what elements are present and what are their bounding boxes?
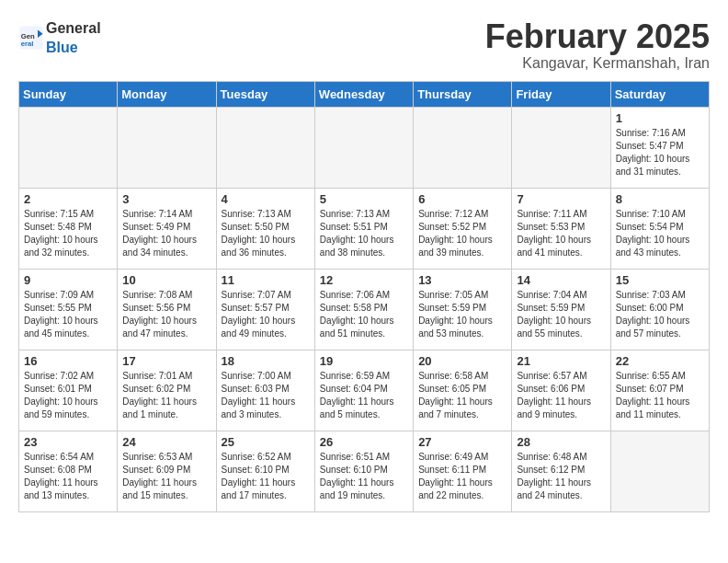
calendar-cell: 26Sunrise: 6:51 AM Sunset: 6:10 PM Dayli… bbox=[314, 431, 413, 511]
day-info: Sunrise: 6:57 AM Sunset: 6:06 PM Dayligh… bbox=[517, 370, 605, 421]
day-number: 10 bbox=[122, 273, 210, 287]
day-number: 20 bbox=[418, 354, 506, 368]
calendar-cell: 22Sunrise: 6:55 AM Sunset: 6:07 PM Dayli… bbox=[610, 350, 709, 431]
calendar-cell: 25Sunrise: 6:52 AM Sunset: 6:10 PM Dayli… bbox=[216, 431, 314, 511]
calendar-cell bbox=[19, 107, 118, 188]
calendar-cell: 9Sunrise: 7:09 AM Sunset: 5:55 PM Daylig… bbox=[19, 269, 118, 350]
day-number: 6 bbox=[418, 192, 506, 206]
day-info: Sunrise: 6:53 AM Sunset: 6:09 PM Dayligh… bbox=[122, 451, 210, 502]
calendar-cell: 8Sunrise: 7:10 AM Sunset: 5:54 PM Daylig… bbox=[610, 188, 709, 269]
day-number: 14 bbox=[517, 273, 605, 287]
day-number: 4 bbox=[222, 192, 310, 206]
title-block: February 2025 Kangavar, Kermanshah, Iran bbox=[485, 18, 710, 72]
calendar-cell bbox=[314, 107, 413, 188]
day-number: 5 bbox=[320, 192, 408, 206]
weekday-header-tuesday: Tuesday bbox=[216, 81, 314, 107]
day-number: 8 bbox=[616, 192, 704, 206]
calendar-cell bbox=[216, 107, 314, 188]
day-info: Sunrise: 7:09 AM Sunset: 5:55 PM Dayligh… bbox=[24, 289, 112, 340]
weekday-header-sunday: Sunday bbox=[19, 81, 118, 107]
day-info: Sunrise: 7:00 AM Sunset: 6:03 PM Dayligh… bbox=[222, 370, 310, 421]
calendar-cell: 12Sunrise: 7:06 AM Sunset: 5:58 PM Dayli… bbox=[314, 269, 413, 350]
day-number: 25 bbox=[222, 435, 310, 449]
day-info: Sunrise: 7:01 AM Sunset: 6:02 PM Dayligh… bbox=[122, 370, 210, 421]
day-info: Sunrise: 7:03 AM Sunset: 6:00 PM Dayligh… bbox=[616, 289, 704, 340]
calendar-cell: 19Sunrise: 6:59 AM Sunset: 6:04 PM Dayli… bbox=[314, 350, 413, 431]
day-number: 13 bbox=[418, 273, 506, 287]
day-info: Sunrise: 7:05 AM Sunset: 5:59 PM Dayligh… bbox=[418, 289, 506, 340]
day-number: 21 bbox=[517, 354, 605, 368]
week-row-2: 2Sunrise: 7:15 AM Sunset: 5:48 PM Daylig… bbox=[19, 188, 710, 269]
month-year: February 2025 bbox=[485, 18, 710, 55]
week-row-4: 16Sunrise: 7:02 AM Sunset: 6:01 PM Dayli… bbox=[19, 350, 710, 431]
calendar-cell: 28Sunrise: 6:48 AM Sunset: 6:12 PM Dayli… bbox=[512, 431, 610, 511]
day-info: Sunrise: 7:11 AM Sunset: 5:53 PM Dayligh… bbox=[517, 208, 605, 259]
day-info: Sunrise: 7:08 AM Sunset: 5:56 PM Dayligh… bbox=[122, 289, 210, 340]
day-number: 23 bbox=[24, 435, 112, 449]
calendar-cell bbox=[512, 107, 610, 188]
calendar-cell: 6Sunrise: 7:12 AM Sunset: 5:52 PM Daylig… bbox=[414, 188, 512, 269]
day-number: 22 bbox=[616, 354, 704, 368]
calendar-cell: 15Sunrise: 7:03 AM Sunset: 6:00 PM Dayli… bbox=[610, 269, 709, 350]
weekday-header-friday: Friday bbox=[512, 81, 610, 107]
day-info: Sunrise: 7:02 AM Sunset: 6:01 PM Dayligh… bbox=[24, 370, 112, 421]
day-number: 18 bbox=[222, 354, 310, 368]
calendar-cell: 18Sunrise: 7:00 AM Sunset: 6:03 PM Dayli… bbox=[216, 350, 314, 431]
weekday-header-thursday: Thursday bbox=[414, 81, 512, 107]
day-info: Sunrise: 6:49 AM Sunset: 6:11 PM Dayligh… bbox=[418, 451, 506, 502]
day-number: 11 bbox=[222, 273, 310, 287]
calendar-cell: 11Sunrise: 7:07 AM Sunset: 5:57 PM Dayli… bbox=[216, 269, 314, 350]
logo-blue: Blue bbox=[46, 40, 78, 55]
day-info: Sunrise: 6:58 AM Sunset: 6:05 PM Dayligh… bbox=[418, 370, 506, 421]
calendar-cell: 5Sunrise: 7:13 AM Sunset: 5:51 PM Daylig… bbox=[314, 188, 413, 269]
day-info: Sunrise: 7:16 AM Sunset: 5:47 PM Dayligh… bbox=[616, 127, 704, 178]
week-row-5: 23Sunrise: 6:54 AM Sunset: 6:08 PM Dayli… bbox=[19, 431, 710, 511]
location: Kangavar, Kermanshah, Iran bbox=[485, 55, 710, 72]
day-info: Sunrise: 7:07 AM Sunset: 5:57 PM Dayligh… bbox=[222, 289, 310, 340]
day-info: Sunrise: 7:10 AM Sunset: 5:54 PM Dayligh… bbox=[616, 208, 704, 259]
week-row-3: 9Sunrise: 7:09 AM Sunset: 5:55 PM Daylig… bbox=[19, 269, 710, 350]
day-number: 17 bbox=[122, 354, 210, 368]
calendar-cell: 27Sunrise: 6:49 AM Sunset: 6:11 PM Dayli… bbox=[414, 431, 512, 511]
calendar-cell: 16Sunrise: 7:02 AM Sunset: 6:01 PM Dayli… bbox=[19, 350, 118, 431]
calendar-cell bbox=[610, 431, 709, 511]
weekday-header-monday: Monday bbox=[118, 81, 216, 107]
day-number: 9 bbox=[24, 273, 112, 287]
day-info: Sunrise: 7:15 AM Sunset: 5:48 PM Dayligh… bbox=[24, 208, 112, 259]
day-info: Sunrise: 6:59 AM Sunset: 6:04 PM Dayligh… bbox=[320, 370, 408, 421]
calendar-cell: 14Sunrise: 7:04 AM Sunset: 5:59 PM Dayli… bbox=[512, 269, 610, 350]
calendar-cell: 4Sunrise: 7:13 AM Sunset: 5:50 PM Daylig… bbox=[216, 188, 314, 269]
day-number: 1 bbox=[616, 111, 704, 125]
day-info: Sunrise: 7:06 AM Sunset: 5:58 PM Dayligh… bbox=[320, 289, 408, 340]
calendar-cell: 1Sunrise: 7:16 AM Sunset: 5:47 PM Daylig… bbox=[610, 107, 709, 188]
day-info: Sunrise: 6:51 AM Sunset: 6:10 PM Dayligh… bbox=[320, 451, 408, 502]
weekday-header-wednesday: Wednesday bbox=[314, 81, 413, 107]
day-info: Sunrise: 7:14 AM Sunset: 5:49 PM Dayligh… bbox=[122, 208, 210, 259]
calendar-cell: 3Sunrise: 7:14 AM Sunset: 5:49 PM Daylig… bbox=[118, 188, 216, 269]
calendar-cell: 7Sunrise: 7:11 AM Sunset: 5:53 PM Daylig… bbox=[512, 188, 610, 269]
day-info: Sunrise: 7:13 AM Sunset: 5:50 PM Dayligh… bbox=[222, 208, 310, 259]
calendar-table: SundayMondayTuesdayWednesdayThursdayFrid… bbox=[18, 81, 710, 512]
svg-text:eral: eral bbox=[21, 40, 34, 48]
calendar-cell: 17Sunrise: 7:01 AM Sunset: 6:02 PM Dayli… bbox=[118, 350, 216, 431]
calendar-cell: 10Sunrise: 7:08 AM Sunset: 5:56 PM Dayli… bbox=[118, 269, 216, 350]
day-info: Sunrise: 7:12 AM Sunset: 5:52 PM Dayligh… bbox=[418, 208, 506, 259]
day-info: Sunrise: 6:54 AM Sunset: 6:08 PM Dayligh… bbox=[24, 451, 112, 502]
logo: Gen eral General Blue bbox=[18, 18, 101, 57]
day-number: 19 bbox=[320, 354, 408, 368]
week-row-1: 1Sunrise: 7:16 AM Sunset: 5:47 PM Daylig… bbox=[19, 107, 710, 188]
day-info: Sunrise: 6:48 AM Sunset: 6:12 PM Dayligh… bbox=[517, 451, 605, 502]
day-info: Sunrise: 6:55 AM Sunset: 6:07 PM Dayligh… bbox=[616, 370, 704, 421]
day-number: 26 bbox=[320, 435, 408, 449]
day-info: Sunrise: 7:13 AM Sunset: 5:51 PM Dayligh… bbox=[320, 208, 408, 259]
day-number: 24 bbox=[122, 435, 210, 449]
day-number: 7 bbox=[517, 192, 605, 206]
day-number: 3 bbox=[122, 192, 210, 206]
weekday-header-row: SundayMondayTuesdayWednesdayThursdayFrid… bbox=[19, 81, 710, 107]
day-info: Sunrise: 6:52 AM Sunset: 6:10 PM Dayligh… bbox=[222, 451, 310, 502]
logo-general: General bbox=[46, 20, 101, 36]
calendar-cell bbox=[414, 107, 512, 188]
weekday-header-saturday: Saturday bbox=[610, 81, 709, 107]
day-number: 27 bbox=[418, 435, 506, 449]
calendar-cell: 20Sunrise: 6:58 AM Sunset: 6:05 PM Dayli… bbox=[414, 350, 512, 431]
